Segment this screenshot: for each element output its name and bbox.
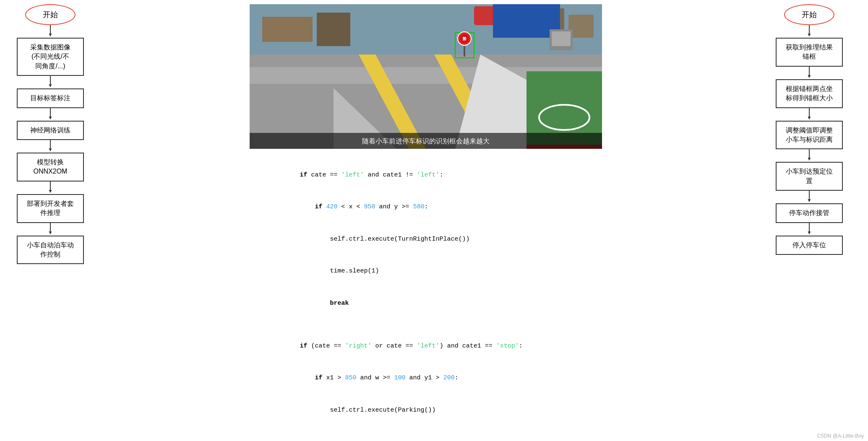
right-adjust-thresh-node: 调整阈值即调整小车与标识距离 [776,121,843,150]
svg-rect-8 [552,31,571,46]
right-get-bbox-label: 获取到推理结果锚框 [786,44,833,60]
right-parking-action-node: 停车动作接管 [776,203,843,223]
left-deploy-label: 部署到开发者套件推理 [27,200,74,216]
left-convert-node: 模型转换ONNX2OM [17,153,84,182]
left-collect-node: 采集数据图像(不同光线/不同角度/...) [17,38,84,76]
right-arrow-3 [807,108,812,121]
center-content: 禁 随着小车前进停车标识的识别框会越来越大 if cate == 'left' … [101,0,751,441]
svg-rect-1 [262,17,313,42]
image-container: 禁 随着小车前进停车标识的识别框会越来越大 [250,4,602,150]
watermark: CSDN @A-Little-Boy [817,433,864,439]
left-train-label: 神经网络训练 [30,127,70,134]
left-control-node: 小车自动泊车动作控制 [17,236,84,265]
svg-rect-2 [317,13,350,46]
left-convert-label: 模型转换ONNX2OM [34,158,68,175]
right-park-label: 停入停车位 [792,241,826,249]
right-start-label: 开始 [802,10,817,20]
left-arrow-5 [48,182,53,194]
left-flowchart: 开始 采集数据图像(不同光线/不同角度/...) 目标标签标注 神经网络训练 模… [0,0,101,441]
right-adjust-thresh-label: 调整阈值即调整小车与标识距离 [786,127,833,143]
right-arrow-6 [807,223,812,236]
svg-rect-19 [464,46,465,57]
right-parking-action-label: 停车动作接管 [789,209,829,216]
right-calc-bbox-node: 根据锚框两点坐标得到锚框大小 [776,79,843,108]
code-line-3: self.ctrl.execute(TurnRightInPlace()) [262,223,589,255]
svg-text:随着小车前进停车标识的识别框会越来越大: 随着小车前进停车标识的识别框会越来越大 [362,137,490,145]
code-block: if cate == 'left' and cate1 != 'left': i… [250,155,602,431]
right-arrow-2 [807,67,812,79]
road-image: 禁 随着小车前进停车标识的识别框会越来越大 [250,4,602,149]
code-line-7: if x1 > 850 and w >= 100 and y1 > 200: [262,362,589,394]
code-line-1: if cate == 'left' and cate1 != 'left': [262,159,589,191]
right-arrow-4 [807,149,812,162]
left-arrow-6 [48,223,53,236]
code-line-8: self.ctrl.execute(Parking()) [262,394,589,426]
left-arrow-2 [48,76,53,88]
left-label-text: 目标标签标注 [30,94,70,101]
left-deploy-node: 部署到开发者套件推理 [17,194,84,223]
left-control-label: 小车自动泊车动作控制 [27,241,74,258]
left-arrow-4 [48,140,53,153]
left-label-node: 目标标签标注 [17,88,84,108]
left-collect-label: 采集数据图像(不同光线/不同角度/...) [30,44,70,70]
code-line-4: time.sleep(1) [262,255,589,288]
right-arrive-node: 小车到达预定位置 [776,162,843,191]
right-get-bbox-node: 获取到推理结果锚框 [776,38,843,67]
left-arrow-3 [48,108,53,121]
right-arrive-label: 小车到达预定位置 [786,168,833,184]
left-start-label: 开始 [43,10,58,20]
code-line-2: if 420 < x < 950 and y >= 580: [262,191,589,223]
right-calc-bbox-label: 根据锚框两点坐标得到锚框大小 [786,85,833,101]
code-line-5: break [262,287,589,319]
right-arrow-1 [807,25,812,38]
left-arrow-1 [48,25,53,38]
svg-text:禁: 禁 [462,36,467,41]
left-train-node: 神经网络训练 [17,121,84,140]
right-park-node: 停入停车位 [776,236,843,255]
right-arrow-5 [807,191,812,203]
code-line-6: if (cate == 'right' or cate == 'left') a… [262,330,589,362]
right-flowchart: 开始 获取到推理结果锚框 根据锚框两点坐标得到锚框大小 调整阈值即调整小车与标识… [751,0,868,441]
right-start-node: 开始 [784,4,834,25]
code-line-blank [262,319,589,330]
left-start-node: 开始 [25,4,76,25]
